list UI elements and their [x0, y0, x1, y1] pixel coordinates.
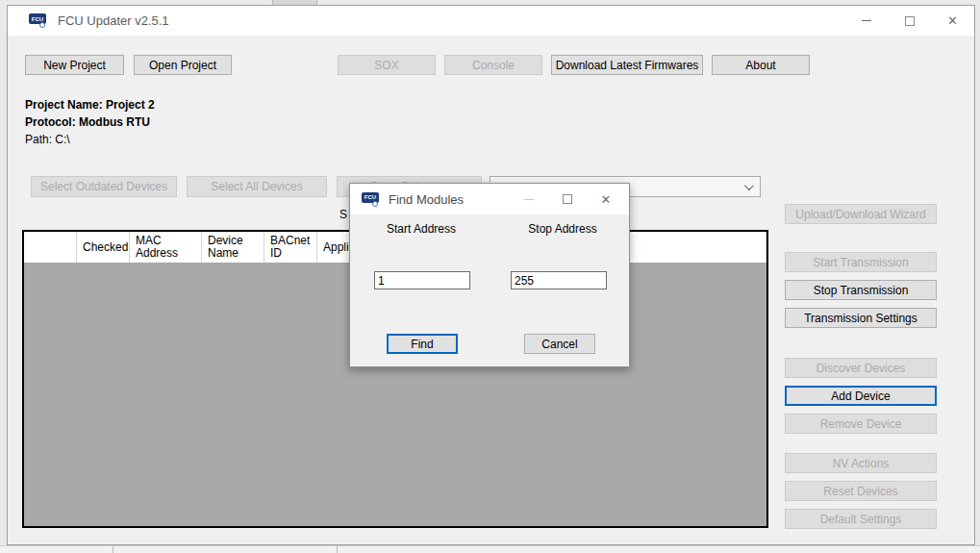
add-device-button[interactable]: Add Device: [785, 386, 937, 406]
stop-transmission-button[interactable]: Stop Transmission: [785, 280, 937, 300]
project-name-label: Project Name: Project 2: [25, 98, 155, 112]
window-title: FCU Updater v2.5.1: [58, 13, 169, 28]
protocol-label: Protocol: Modbus RTU: [25, 115, 150, 129]
maximize-button[interactable]: [888, 6, 931, 36]
about-button[interactable]: About: [712, 55, 810, 75]
find-modules-dialog: FCU Find Modules ✕ Start Address Stop Ad…: [349, 183, 630, 367]
chevron-down-icon: [744, 181, 754, 190]
select-outdated-devices-button: Select Outdated Devices: [31, 176, 177, 197]
maximize-icon: [563, 194, 572, 204]
dialog-close-button[interactable]: ✕: [587, 184, 625, 214]
open-project-button[interactable]: Open Project: [134, 55, 232, 75]
dialog-maximize-button[interactable]: [548, 184, 587, 214]
start-transmission-button: Start Transmission: [785, 252, 937, 272]
background-divider: [337, 546, 338, 553]
stop-address-input[interactable]: [511, 271, 607, 289]
column-header-bacnet-id[interactable]: BACnet ID: [264, 232, 317, 263]
find-button[interactable]: Find: [387, 334, 458, 354]
default-settings-button: Default Settings: [785, 509, 937, 529]
dialog-title: Find Modules: [389, 192, 464, 207]
path-label: Path: C:\: [25, 133, 70, 146]
column-header-mac-address[interactable]: MAC Address: [130, 232, 202, 263]
cancel-button[interactable]: Cancel: [524, 334, 595, 354]
minimize-icon: [862, 20, 871, 21]
upload-download-wizard-button: Upload/Download Wizard: [785, 204, 937, 224]
select-all-devices-button: Select All Devices: [187, 176, 327, 197]
background-divider: [113, 546, 113, 553]
download-latest-firmwares-button[interactable]: Download Latest Firmwares: [551, 55, 703, 75]
dialog-title-bar: FCU Find Modules ✕: [350, 184, 629, 214]
column-header-device-name[interactable]: Device Name: [202, 232, 264, 263]
column-header-checked[interactable]: Checked: [77, 232, 130, 263]
console-button: Console: [444, 55, 542, 75]
taskbar-strip: [0, 545, 980, 553]
dialog-app-icon: FCU: [362, 192, 381, 207]
dialog-minimize-button: [510, 184, 548, 214]
stop-address-label: Stop Address: [505, 222, 620, 236]
nv-actions-button: NV Actions: [785, 453, 937, 473]
new-project-button[interactable]: New Project: [25, 55, 124, 75]
start-address-input[interactable]: [374, 271, 470, 289]
maximize-icon: [905, 16, 915, 26]
reset-devices-button: Reset Devices: [785, 481, 937, 501]
dialog-window-controls: ✕: [510, 184, 625, 214]
transmission-settings-button[interactable]: Transmission Settings: [785, 308, 937, 328]
gear-icon: [39, 22, 45, 28]
remove-device-button: Remove Device: [785, 414, 937, 434]
column-header-partial[interactable]: up: [606, 232, 766, 263]
window-controls: ✕: [844, 6, 974, 36]
app-icon: FCU: [29, 13, 48, 28]
sox-button: SOX: [338, 55, 436, 75]
title-bar: FCU FCU Updater v2.5.1 ✕: [8, 6, 974, 36]
close-button[interactable]: ✕: [931, 6, 974, 36]
close-icon: ✕: [601, 193, 612, 206]
start-address-label: Start Address: [364, 222, 479, 236]
close-icon: ✕: [947, 14, 958, 27]
discover-devices-button: Discover Devices: [785, 358, 937, 378]
partial-label: S: [339, 208, 347, 221]
gear-icon: [372, 201, 378, 207]
minimize-button[interactable]: [844, 6, 888, 36]
column-header-row-selector[interactable]: [24, 232, 77, 263]
minimize-icon: [524, 199, 534, 200]
desktop: FCU FCU Updater v2.5.1 ✕ New Project Ope…: [0, 0, 980, 553]
